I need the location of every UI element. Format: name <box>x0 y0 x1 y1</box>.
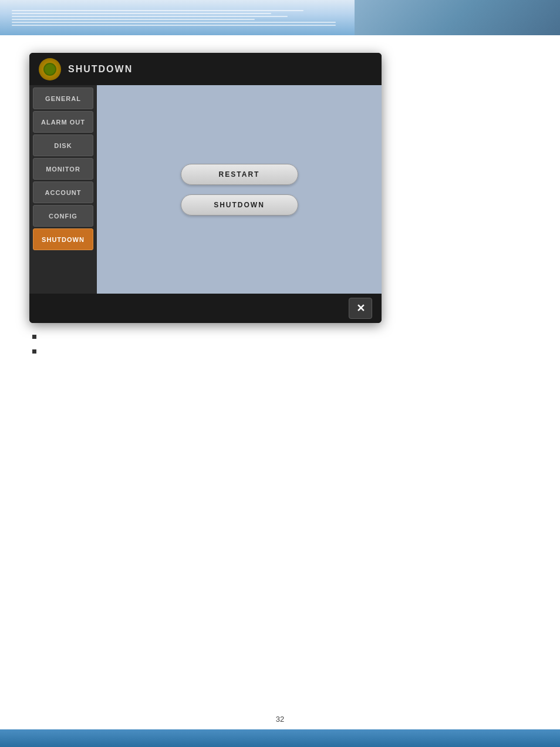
sidebar-item-general[interactable]: GENERAL <box>33 88 93 109</box>
bullet-item-2 <box>32 349 41 354</box>
shutdown-dialog: SHUTDOWN GENERAL ALARM OUT DISK MONITOR … <box>29 53 382 323</box>
header-camera-image <box>355 0 560 35</box>
page-number: 32 <box>276 715 284 724</box>
close-button[interactable]: ✕ <box>349 298 372 319</box>
header-line-3 <box>12 16 288 17</box>
header-line-5 <box>12 22 336 23</box>
bullet-item-1 <box>32 335 41 339</box>
sidebar-nav: GENERAL ALARM OUT DISK MONITOR ACCOUNT C… <box>29 85 97 294</box>
sidebar-item-shutdown[interactable]: SHUTDOWN <box>33 228 93 250</box>
header-lines <box>0 0 336 35</box>
bullet-square-1 <box>32 335 36 339</box>
restart-button[interactable]: RESTART <box>181 164 298 185</box>
dialog-footer: ✕ <box>29 294 382 323</box>
header-line-2 <box>12 13 271 14</box>
sidebar-item-monitor[interactable]: MONITOR <box>33 158 93 180</box>
bullet-section <box>32 335 41 354</box>
dialog-icon <box>39 58 61 80</box>
sidebar-item-account[interactable]: ACCOUNT <box>33 181 93 203</box>
sidebar-item-alarmout[interactable]: ALARM OUT <box>33 111 93 133</box>
bullet-square-2 <box>32 349 36 354</box>
header-line-1 <box>12 10 303 11</box>
bottom-footer <box>0 729 560 747</box>
sidebar-item-disk[interactable]: DISK <box>33 134 93 156</box>
top-header <box>0 0 560 35</box>
dialog-titlebar: SHUTDOWN <box>29 53 382 85</box>
dialog-body: GENERAL ALARM OUT DISK MONITOR ACCOUNT C… <box>29 85 382 294</box>
shutdown-button[interactable]: SHUTDOWN <box>181 194 298 216</box>
content-area: RESTART SHUTDOWN <box>97 85 382 294</box>
sidebar-item-config[interactable]: CONFIG <box>33 205 93 227</box>
header-line-6 <box>12 25 336 26</box>
gear-inner-icon <box>43 63 56 76</box>
dialog-title: SHUTDOWN <box>68 64 133 75</box>
header-line-4 <box>12 19 255 20</box>
